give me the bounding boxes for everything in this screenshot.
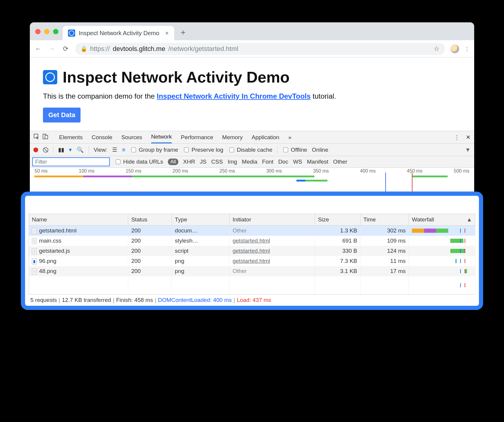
browser-tab[interactable]: Inspect Network Activity Demo × — [63, 26, 174, 40]
tab-sources[interactable]: Sources — [121, 132, 142, 143]
tutorial-link[interactable]: Inspect Network Activity In Chrome DevTo… — [157, 92, 311, 100]
cell-type: png — [172, 266, 230, 276]
throttling-select[interactable]: Online — [312, 147, 328, 153]
offline-checkbox[interactable]: Offline — [282, 147, 307, 153]
url-path: /network/getstarted.html — [168, 45, 238, 53]
devtools-logo-icon — [43, 70, 57, 84]
minimize-window-icon[interactable] — [44, 29, 50, 34]
type-filter-js[interactable]: JS — [200, 159, 206, 165]
cell-initiator: Other — [229, 266, 315, 276]
page-content: Inspect Network Activity Demo This is th… — [30, 58, 474, 131]
col-status[interactable]: Status — [128, 214, 172, 226]
type-filter-xhr[interactable]: XHR — [183, 159, 195, 165]
cell-name: 48.png — [29, 266, 128, 276]
cell-size: 3.1 KB — [315, 266, 360, 276]
filter-icon[interactable]: ▾ — [69, 146, 72, 153]
preserve-log-checkbox[interactable]: Preserve log — [183, 147, 223, 153]
initiator-link[interactable]: getstarted.html — [233, 238, 270, 244]
type-filter-other[interactable]: Other — [333, 159, 347, 165]
divider — [89, 146, 89, 153]
select-element-icon[interactable] — [33, 134, 39, 141]
tabstrip: Inspect Network Activity Demo × + — [30, 22, 474, 40]
initiator-text: Other — [233, 227, 247, 234]
cell-name: main.css — [29, 236, 128, 246]
url-bar: ← → ⟳ 🔒 https://devtools.glitch.me/netwo… — [30, 40, 474, 58]
cell-time: 302 ms — [360, 226, 409, 236]
devtools-menu-icon[interactable]: ⋯ — [454, 135, 461, 140]
device-toggle-icon[interactable] — [42, 134, 48, 141]
reload-button[interactable]: ⟳ — [61, 45, 70, 53]
devtools-panel: Elements Console Sources Network Perform… — [30, 131, 474, 310]
col-name[interactable]: Name — [29, 214, 128, 226]
window-controls — [35, 29, 58, 34]
cell-name: getstarted.html — [29, 226, 128, 236]
tab-elements[interactable]: Elements — [59, 132, 83, 143]
disable-cache-checkbox[interactable]: Disable cache — [228, 147, 272, 153]
type-filter-img[interactable]: Img — [228, 159, 237, 165]
maximize-window-icon[interactable] — [53, 29, 58, 34]
file-icon — [32, 238, 37, 244]
col-waterfall[interactable]: Waterfall — [409, 214, 475, 226]
col-size[interactable]: Size — [315, 214, 360, 226]
type-filter-media[interactable]: Media — [242, 159, 257, 165]
requests-table-highlight: Name Status Type Initiator Size Time Wat… — [21, 192, 483, 310]
table-row[interactable]: 48.png200pngOther3.1 KB17 ms — [29, 266, 475, 276]
hide-data-urls-checkbox[interactable]: Hide data URLs — [115, 159, 163, 165]
camera-icon[interactable]: ▮▮ — [58, 146, 64, 153]
tab-performance[interactable]: Performance — [181, 132, 213, 143]
forward-button[interactable]: → — [48, 45, 56, 53]
type-filter-css[interactable]: CSS — [211, 159, 223, 165]
get-data-button[interactable]: Get Data — [43, 108, 81, 122]
type-filter-all[interactable]: All — [168, 159, 178, 165]
page-description: This is the companion demo for the Inspe… — [43, 92, 461, 100]
tab-memory[interactable]: Memory — [222, 132, 243, 143]
tab-application[interactable]: Application — [252, 132, 279, 143]
table-row[interactable]: getstarted.html200docum…Other1.3 KB302 m… — [29, 226, 475, 236]
back-button[interactable]: ← — [34, 45, 42, 53]
type-filter-ws[interactable]: WS — [293, 159, 302, 165]
address-bar[interactable]: 🔒 https://devtools.glitch.me/network/get… — [75, 43, 445, 55]
devtools-tablist: Elements Console Sources Network Perform… — [30, 131, 474, 144]
close-window-icon[interactable] — [35, 29, 41, 34]
large-rows-icon[interactable]: ☰ — [112, 146, 117, 153]
record-icon[interactable] — [33, 148, 38, 152]
overview-icon[interactable]: ≡ — [122, 147, 125, 153]
tabs-overflow-icon[interactable]: » — [288, 134, 292, 141]
browser-menu-icon[interactable]: ⋯ — [464, 46, 471, 52]
network-settings-icon[interactable]: ▼ — [465, 147, 471, 153]
table-row[interactable]: 96.png200pnggetstarted.html7.3 KB11 ms — [29, 256, 475, 266]
browser-window: Inspect Network Activity Demo × + ← → ⟳ … — [30, 22, 474, 310]
table-row[interactable]: main.css200stylesh…getstarted.html691 B1… — [29, 236, 475, 246]
col-type[interactable]: Type — [172, 214, 230, 226]
group-by-frame-checkbox[interactable]: Group by frame — [130, 147, 178, 153]
type-filter-manifest[interactable]: Manifest — [307, 159, 328, 165]
cell-status: 200 — [128, 236, 172, 246]
type-filter-font[interactable]: Font — [262, 159, 273, 165]
cell-size: 691 B — [315, 236, 360, 246]
overview-timeline: 50 ms 100 ms 150 ms 200 ms 250 ms 300 ms… — [30, 168, 474, 174]
cell-name: getstarted.js — [29, 246, 128, 256]
profile-avatar[interactable] — [450, 44, 459, 53]
network-overview[interactable]: 50 ms 100 ms 150 ms 200 ms 250 ms 300 ms… — [30, 168, 474, 192]
table-row[interactable]: getstarted.js200scriptgetstarted.html330… — [29, 246, 475, 256]
col-time[interactable]: Time — [360, 214, 409, 226]
initiator-link[interactable]: getstarted.html — [233, 248, 270, 254]
cell-size: 330 B — [315, 246, 360, 256]
file-icon — [32, 248, 37, 254]
tab-console[interactable]: Console — [92, 132, 112, 143]
clear-icon[interactable] — [43, 147, 48, 153]
col-initiator[interactable]: Initiator — [229, 214, 315, 226]
new-tab-button[interactable]: + — [181, 28, 185, 37]
devtools-close-icon[interactable]: ✕ — [466, 134, 471, 141]
tab-network[interactable]: Network — [151, 131, 172, 143]
initiator-link[interactable]: getstarted.html — [233, 258, 270, 264]
cell-type: docum… — [172, 226, 230, 236]
bookmark-icon[interactable]: ☆ — [434, 45, 440, 53]
filter-input[interactable] — [32, 157, 110, 166]
search-icon[interactable]: 🔍 — [77, 146, 84, 153]
type-filter-doc[interactable]: Doc — [278, 159, 288, 165]
status-bar: 5 requests| 12.7 KB transferred| Finish:… — [29, 294, 475, 306]
close-tab-icon[interactable]: × — [165, 30, 169, 37]
cell-waterfall — [409, 246, 475, 256]
inspect-tools — [33, 134, 48, 141]
